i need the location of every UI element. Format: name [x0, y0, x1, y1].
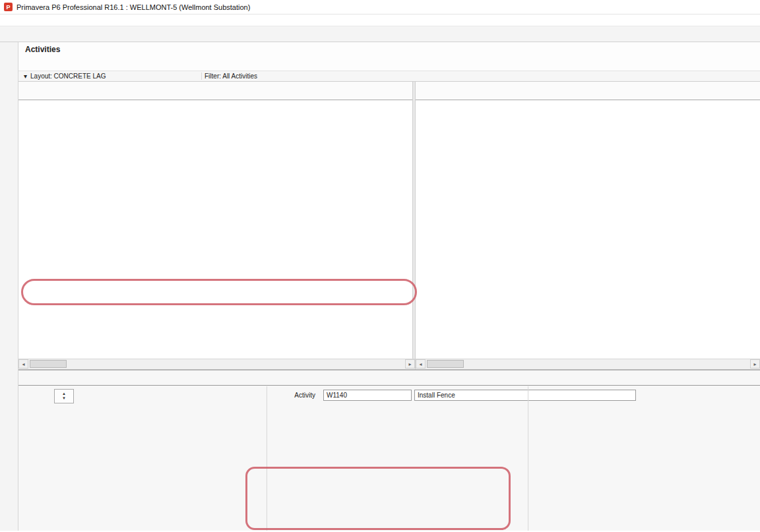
- filter-label[interactable]: Filter: All Activities: [202, 73, 257, 80]
- gantt-scroll-thumb[interactable]: [427, 360, 464, 368]
- chevron-down-icon: ▾: [24, 73, 27, 80]
- gantt-scroll-right-icon[interactable]: ▸: [750, 359, 760, 369]
- layout-label: Layout: CONCRETE LAG: [30, 73, 106, 80]
- activity-navigator-spinner[interactable]: ▲▼: [54, 389, 74, 403]
- menu-bar: [0, 15, 760, 26]
- gantt-rows: [416, 100, 760, 359]
- toolbar: [0, 26, 760, 42]
- scroll-left-icon[interactable]: ◂: [18, 359, 28, 369]
- page-title: Activities: [18, 42, 760, 57]
- table-scroll-thumb[interactable]: [30, 360, 67, 368]
- scroll-right-icon[interactable]: ▸: [405, 359, 415, 369]
- activity-details-panel: ▲▼ Activity W1140 Install Fence: [18, 369, 760, 531]
- app-icon: P: [4, 3, 13, 11]
- left-icon-bar: [0, 42, 18, 531]
- layout-selector[interactable]: ▾ Layout: CONCRETE LAG: [18, 73, 202, 80]
- title-bar: P Primavera P6 Professional R16.1 : WELL…: [0, 0, 760, 15]
- gantt-scroll-left-icon[interactable]: ◂: [416, 359, 426, 369]
- gantt-timescale: [416, 82, 760, 100]
- activity-name-field[interactable]: Install Fence: [414, 390, 636, 401]
- activity-table: [18, 82, 412, 359]
- gantt-chart: [416, 82, 760, 359]
- open-view-tabs: [18, 57, 760, 71]
- activity-id-field[interactable]: W1140: [323, 390, 412, 401]
- activity-field-label: Activity: [263, 392, 315, 399]
- gantt-hscrollbar[interactable]: ◂ ▸: [416, 359, 760, 369]
- table-header: [18, 82, 412, 100]
- layout-bar: ▾ Layout: CONCRETE LAG Filter: All Activ…: [18, 71, 760, 82]
- window-title: Primavera P6 Professional R16.1 : WELLMO…: [16, 3, 250, 11]
- table-rows: [18, 100, 412, 359]
- table-hscrollbar[interactable]: ◂ ▸: [18, 359, 416, 369]
